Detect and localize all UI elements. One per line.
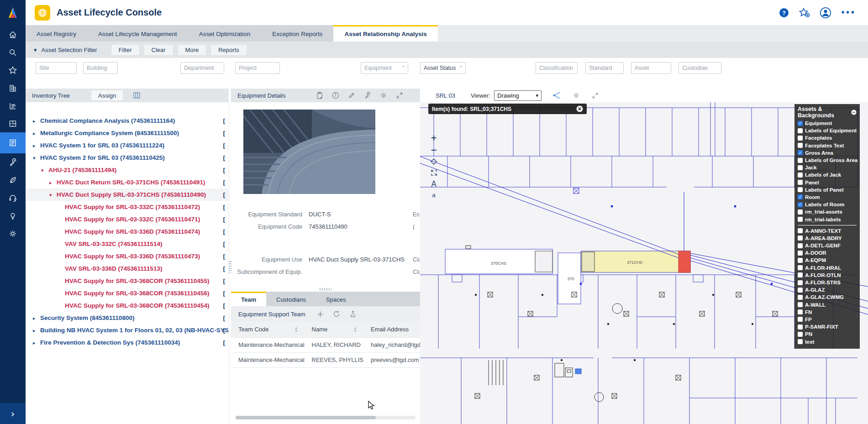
floorplan-canvas[interactable]: 370CHS 371CHS 370 372JAN 372JAN Item(s) … [420, 102, 868, 424]
tree-item-label[interactable]: HVAC Duct Supply SRL-03-371CHS (74536111… [57, 191, 206, 198]
legend-item[interactable]: PN [798, 330, 857, 338]
legend-checkbox[interactable] [798, 280, 803, 285]
assign-button[interactable]: Assign [91, 90, 123, 101]
scrollbar-thumb[interactable] [236, 416, 376, 419]
table-column-header[interactable]: Email Address [363, 322, 420, 337]
edit-pencil-icon[interactable] [348, 92, 355, 99]
expand-icon[interactable] [396, 92, 403, 99]
fit-extents-icon[interactable] [431, 169, 437, 176]
horizontal-scrollbar[interactable] [236, 416, 416, 419]
sidebar-item-assets-active[interactable] [0, 132, 26, 153]
sidebar-item-sustainability[interactable] [0, 171, 26, 189]
legend-item[interactable]: ✓Gross Area [798, 149, 857, 157]
building-field[interactable] [83, 62, 118, 74]
overflow-menu-icon[interactable]: ••• [841, 9, 855, 17]
sidebar-item-support[interactable] [0, 189, 26, 207]
legend-checkbox[interactable] [798, 332, 803, 337]
tree-item[interactable]: HVAC Supply for SRL-03-368COR (745361110… [26, 275, 228, 287]
legend-item[interactable]: Jack [798, 164, 857, 171]
legend-item[interactable]: A-WALL [798, 301, 857, 309]
legend-item[interactable]: rm_trial-assets [798, 208, 857, 215]
sidebar-item-search[interactable] [0, 43, 26, 61]
help-icon[interactable]: ? [779, 7, 789, 18]
legend-checkbox[interactable] [798, 143, 803, 148]
tree-item-label[interactable]: HVAC Supply for SRL-03-368COR (745361110… [65, 277, 209, 284]
sidebar-item-settings[interactable] [0, 225, 26, 242]
tree-item-label[interactable]: Chemical Complance Analysis (74536111116… [40, 117, 175, 124]
legend-checkbox[interactable] [798, 128, 803, 133]
labels-small-button[interactable]: a [432, 192, 436, 198]
sidebar-item-favorites[interactable] [0, 61, 26, 79]
tab-spaces[interactable]: Spaces [316, 292, 356, 306]
zoom-in-button[interactable]: + [431, 134, 437, 142]
tree-item-label[interactable]: HVAC Supply for SRL-03-368COR (745361110… [65, 290, 209, 297]
legend-item[interactable]: Labels of Equipment [798, 127, 857, 134]
tab-asset-optimization[interactable]: Asset Optimization [188, 25, 262, 42]
legend-checkbox[interactable] [798, 236, 803, 241]
brand-logo[interactable] [0, 0, 26, 26]
legend-checkbox[interactable]: ✓ [798, 150, 803, 155]
sidebar-item-reports[interactable] [0, 97, 26, 115]
legend-checkbox[interactable] [798, 136, 803, 141]
legend-item[interactable]: Faceplates Text [798, 142, 857, 149]
table-column-header[interactable]: Name [305, 322, 363, 337]
sort-icon[interactable] [295, 327, 298, 332]
legend-item[interactable]: Labels of Gross Area [798, 157, 857, 164]
add-icon[interactable] [317, 311, 324, 318]
legend-checkbox[interactable] [798, 295, 803, 300]
table-row[interactable]: Maintenance-MechanicalHALEY, RICHARDhale… [231, 337, 420, 352]
zoom-out-button[interactable]: − [431, 146, 437, 154]
legend-item[interactable]: FN [798, 309, 857, 316]
standard-field[interactable] [585, 62, 624, 74]
legend-item[interactable]: A-DETL-GENF [798, 242, 857, 249]
legend-checkbox[interactable] [798, 265, 803, 270]
legend-item[interactable]: A-DOOR [798, 249, 857, 256]
splitter-handle[interactable] [320, 288, 331, 291]
tree-item-label[interactable]: HVAC Supply for SRL-03-332C (74536111047… [65, 204, 200, 210]
classification-field[interactable] [536, 62, 578, 74]
tree-item-label[interactable]: VAV SRL-03-336D (745361111513) [65, 265, 162, 272]
columns-icon[interactable] [133, 92, 140, 99]
labels-large-button[interactable]: A [431, 180, 437, 188]
chevron-right-icon[interactable]: ▸ [33, 312, 40, 325]
legend-checkbox[interactable] [798, 158, 803, 163]
filter-button[interactable]: Filter [111, 44, 140, 56]
legend-checkbox[interactable] [798, 288, 803, 293]
asset-field[interactable] [631, 62, 671, 74]
tab-team[interactable]: Team [231, 292, 266, 306]
tree-item[interactable]: ▸Chemical Complance Analysis (7453611111… [26, 115, 228, 127]
tree-item-label[interactable]: HVAC Supply for SRL-03-336D (74536111047… [65, 228, 200, 235]
tree-item-label[interactable]: HVAC Supply for SRL-03-332C (74536111047… [65, 216, 200, 223]
site-field[interactable] [36, 62, 77, 74]
legend-checkbox[interactable] [798, 258, 803, 263]
viewer-mode-select[interactable]: Drawing▾ [494, 90, 542, 101]
chevron-down-icon[interactable]: ▾ [33, 152, 40, 164]
more-button[interactable]: More [178, 44, 207, 56]
legend-item[interactable]: Panel [798, 179, 857, 186]
legend-item[interactable]: Labels of Panel [798, 186, 857, 194]
tree-item[interactable]: HVAC Supply for SRL-03-336D (74536111047… [26, 250, 228, 262]
legend-checkbox[interactable] [798, 302, 803, 307]
table-row[interactable]: Maintenance-MechanicalREEVES, PHYLLISpre… [231, 352, 420, 367]
legend-checkbox[interactable] [798, 309, 803, 314]
legend-item[interactable]: A-FLOR-STRS [798, 279, 857, 286]
chevron-right-icon[interactable]: ▸ [33, 127, 40, 140]
sort-icon[interactable] [353, 327, 357, 332]
legend-checkbox[interactable] [798, 317, 803, 322]
tree-item-label[interactable]: Security System (845361110800) [40, 314, 134, 321]
chevron-down-icon[interactable]: ▾ [41, 164, 48, 177]
tree-item[interactable]: ▸Metallurgic Compliance System (84536111… [26, 127, 228, 139]
legend-checkbox[interactable] [798, 272, 803, 277]
tab-exception-reports[interactable]: Exception Reports [261, 25, 333, 42]
refresh-icon[interactable] [333, 310, 340, 318]
sidebar-item-maintenance[interactable] [0, 153, 26, 171]
tree-item[interactable]: ▾AHU-21 (745361111494)[ [26, 164, 228, 176]
favorite-add-icon[interactable] [799, 7, 810, 18]
legend-checkbox[interactable]: ✓ [798, 194, 803, 199]
tree-item-label[interactable]: HVAC Duct Return SRL-03-371CHS (74536111… [57, 179, 205, 186]
tree-item[interactable]: ▸HVAC System 1 for SRL 03 (745361111224)… [26, 139, 228, 152]
tree-item[interactable]: HVAC Supply for SRL-03-368COR (745361110… [26, 299, 228, 312]
tree-item-label[interactable]: Building NB HVAC System 1 for Floors 01,… [40, 327, 228, 334]
equipment-select[interactable]: Equipment˅ [361, 62, 408, 74]
pan-crosshair-icon[interactable] [430, 158, 437, 165]
